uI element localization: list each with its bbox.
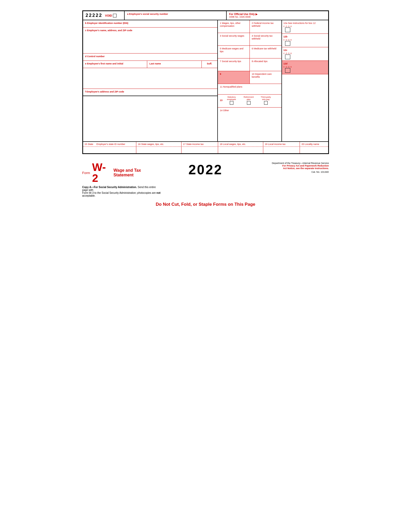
box15-label: 15 State: [85, 143, 93, 145]
box6-cell: 6 Medicare tax withheld: [250, 46, 281, 58]
thirdparty-label: Third-party sick pay: [259, 96, 272, 101]
row-7-8: 7 Social security tips 8 Allocated tips: [218, 58, 281, 71]
footer-right: Department of the Treasury—Internal Reve…: [250, 162, 329, 173]
box12a-label: 12a See instructions for box 12: [284, 22, 316, 24]
main-body: b Employer identification number (EIN) c…: [83, 20, 328, 141]
box7-cell: 7 Social security tips: [218, 58, 250, 71]
code-box-12c[interactable]: [285, 55, 290, 59]
official-use-title: For Official Use Only ▶: [229, 13, 326, 16]
box18-label: 18 Local wages, tips, etc.: [220, 143, 246, 145]
row-d: d Control number: [83, 54, 217, 61]
left-section: b Employer identification number (EIN) c…: [83, 20, 218, 141]
suff-label: Suff.: [207, 62, 212, 65]
box9-label: 9: [220, 73, 221, 75]
row-f: f Employee's address and ZIP code: [83, 89, 217, 96]
state-row2-c6: [300, 147, 328, 153]
box12c-label: 12c: [284, 49, 287, 51]
field-d-label: d Control number: [85, 55, 105, 58]
box17-cell: 17 State income tax: [181, 142, 218, 147]
privacy-label: For Privacy Act and Paperwork Reduction: [250, 164, 329, 167]
box13-number: 13: [220, 99, 223, 102]
copy-a-not: not: [157, 191, 161, 194]
thirdparty-checkbox[interactable]: [264, 101, 268, 105]
row-3-4: 3 Social security wages 4 Social securit…: [218, 33, 281, 46]
box10-label: 10 Dependent care benefits: [252, 73, 272, 78]
code-label-12a: C O D E: [284, 25, 292, 27]
box20-label: 20 Locality name: [301, 143, 319, 145]
thirdparty-check-item: Third-party sick pay: [259, 96, 272, 105]
state-row2-c5: [263, 147, 300, 153]
row-e: e Employee's first name and initial Last…: [83, 61, 217, 68]
box19-cell: 19 Local income tax: [263, 142, 300, 147]
box12-col: 12a See instructions for box 12 C O D E …: [281, 20, 328, 141]
form-footer: Form W-2 Wage and Tax Statement Copy A—F…: [82, 162, 329, 197]
box12b-cell: 12b C O D E: [282, 34, 328, 47]
top-row: 22222 VOID a Employee's social security …: [83, 11, 328, 20]
copy-a-label: Copy A—For Social Security Administratio…: [82, 186, 137, 189]
code-label-12b: C O D E: [284, 39, 292, 41]
form-container: 22222 VOID a Employee's social security …: [82, 10, 329, 154]
box2-label: 2 Federal income tax withheld: [252, 22, 274, 27]
row-11: 11 Nonqualified plans: [218, 84, 281, 95]
code-label-12c: C O D E: [284, 52, 292, 54]
state-row2-c1: [83, 147, 137, 153]
box2-cell: 2 Federal income tax withheld: [250, 20, 281, 33]
box4-cell: 4 Social security tax withheld: [250, 33, 281, 45]
w2-form-page: 22222 VOID a Employee's social security …: [82, 10, 329, 207]
act-notice-label: Act Notice, see the separate instruction…: [250, 167, 329, 170]
last-name-cell: Last name: [147, 61, 201, 68]
box17-label: 17 State income tax: [183, 143, 204, 145]
box5-label: 5 Medicare wages and tips: [220, 47, 244, 53]
statutory-check-item: Statutory employee: [225, 96, 238, 105]
box3-cell: 3 Social security wages: [218, 33, 250, 45]
box15-employer-label: Employer's state ID number: [97, 143, 125, 145]
row-b: b Employer identification number (EIN): [83, 20, 217, 28]
footer-left: Form W-2 Wage and Tax Statement Copy A—F…: [82, 162, 161, 197]
box14-cell: 14 Other: [218, 108, 281, 141]
box6-label: 6 Medicare tax withheld: [252, 47, 277, 50]
last-name-label: Last name: [149, 62, 161, 65]
tax-year: 2022: [166, 162, 245, 177]
ssn-cell: a Employee's social security number: [125, 11, 227, 20]
row-5-6: 5 Medicare wages and tips 6 Medicare tax…: [218, 46, 281, 58]
field-c-label: c Employer's name, address, and ZIP code: [85, 29, 132, 32]
box11-label: 11 Nonqualified plans: [220, 85, 242, 88]
state-row-2: [83, 147, 328, 153]
box5-cell: 5 Medicare wages and tips: [218, 46, 250, 58]
cat-number: Cat. No. 10134D: [250, 171, 329, 173]
void-label: VOID: [105, 14, 112, 17]
void-box: VOID: [105, 14, 117, 17]
state-rows: 15 State Employer's state ID number 16 S…: [83, 141, 328, 147]
form-id-cell: 22222 VOID: [83, 11, 125, 20]
box14-label: 14 Other: [220, 109, 229, 112]
retirement-label: Retirement plan: [242, 96, 255, 101]
form-title: Form W-2 Wage and Tax Statement: [82, 162, 161, 184]
box9-cell: 9: [218, 71, 250, 84]
row-13: 13 Statutory employee Retirement plan: [218, 95, 281, 108]
box10-cell: 10 Dependent care benefits: [250, 71, 281, 84]
state-row2-c3: [181, 147, 218, 153]
box20-cell: 20 Locality name: [300, 142, 328, 147]
wage-tax-statement: Wage and Tax Statement: [113, 168, 161, 177]
copy-a-text2: Form W-3 to the Social Security Administ…: [82, 191, 156, 194]
code-box-12d[interactable]: [285, 68, 290, 73]
code-box-12a[interactable]: [285, 28, 290, 32]
retirement-check-item: Retirement plan: [242, 96, 255, 105]
void-checkbox[interactable]: [113, 14, 117, 17]
box12a-cell: 12a See instructions for box 12 C O D E: [282, 20, 328, 34]
box16-label: 16 State wages, tips, etc.: [138, 143, 164, 145]
copy-a-acceptable: acceptable.: [82, 194, 96, 197]
code-box-12b[interactable]: [285, 41, 290, 46]
box1-label: 1 Wages, tips, other compensation: [220, 22, 241, 27]
box18-cell: 18 Local wages, tips, etc.: [218, 142, 263, 147]
form-number: 22222: [86, 13, 103, 18]
box12d-cell: 12d C O D E: [282, 61, 328, 74]
name-entry-area: [83, 68, 217, 89]
box16-cell: 16 State wages, tips, etc.: [136, 142, 181, 147]
do-not-cut-label: Do Not Cut, Fold, or Staple Forms on Thi…: [82, 202, 329, 207]
ssn-label: a Employee's social security number: [127, 13, 224, 15]
box1-cell: 1 Wages, tips, other compensation: [218, 20, 250, 33]
statutory-checkbox[interactable]: [230, 101, 233, 105]
row-c: c Employer's name, address, and ZIP code: [83, 28, 217, 54]
retirement-checkbox[interactable]: [247, 101, 251, 105]
